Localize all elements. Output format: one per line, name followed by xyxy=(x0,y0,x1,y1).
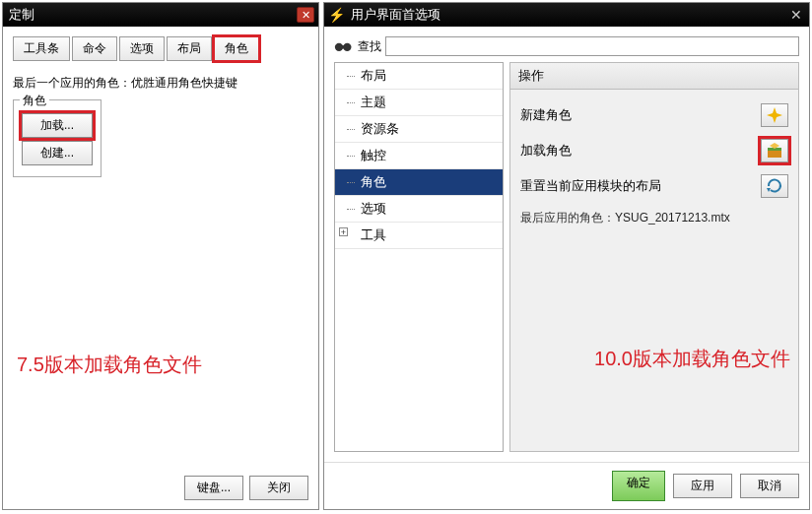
last-applied-role-text: 最后一个应用的角色：优胜通用角色快捷键 xyxy=(13,75,308,92)
role-fieldset: 角色 加载... 创建... xyxy=(13,99,102,177)
category-tree: 布局 主题 资源条 触控 角色 选项 +工具 xyxy=(334,62,504,452)
dialog-body: 工具条 命令 选项 布局 角色 最后一个应用的角色：优胜通用角色快捷键 角色 加… xyxy=(3,27,318,467)
op-row-new-role: 新建角色 xyxy=(520,97,788,133)
titlebar-left: 定制 ✕ xyxy=(3,3,318,27)
annotation-left: 7.5版本加载角色文件 xyxy=(17,352,202,378)
tab-toolbar[interactable]: 工具条 xyxy=(13,36,70,61)
close-button[interactable]: 关闭 xyxy=(249,476,308,500)
tree-item-options[interactable]: 选项 xyxy=(335,196,503,223)
window-title: 用户界面首选项 xyxy=(349,6,787,24)
annotation-right: 10.0版本加载角色文件 xyxy=(594,346,790,372)
tab-strip: 工具条 命令 选项 布局 角色 xyxy=(13,36,308,61)
search-row: 查找 xyxy=(334,36,799,56)
last-applied-label: 最后应用的角色： xyxy=(520,211,615,225)
dialog-footer: 确定 应用 取消 xyxy=(324,462,809,509)
svg-marker-6 xyxy=(767,188,771,192)
binoculars-icon xyxy=(334,38,354,54)
new-role-button[interactable] xyxy=(761,103,788,127)
customize-dialog: 定制 ✕ 工具条 命令 选项 布局 角色 最后一个应用的角色：优胜通用角色快捷键… xyxy=(2,2,319,510)
create-button[interactable]: 创建... xyxy=(22,141,93,165)
window-title: 定制 xyxy=(7,6,297,24)
tree-item-theme[interactable]: 主题 xyxy=(335,90,503,116)
sparkle-icon xyxy=(766,106,783,124)
search-label: 查找 xyxy=(358,38,381,55)
titlebar-right: ⚡ 用户界面首选项 ✕ xyxy=(324,3,809,27)
operations-header: 操作 xyxy=(509,62,799,90)
tree-item-roles[interactable]: 角色 xyxy=(335,169,503,196)
op-row-reset-layout: 重置当前应用模块的布局 xyxy=(520,168,788,204)
close-icon[interactable]: ✕ xyxy=(787,7,805,23)
cancel-button[interactable]: 取消 xyxy=(740,474,799,498)
tab-commands[interactable]: 命令 xyxy=(72,36,117,61)
fieldset-legend: 角色 xyxy=(20,93,49,109)
load-button[interactable]: 加载... xyxy=(22,113,93,138)
load-role-button[interactable] xyxy=(761,139,788,162)
reset-layout-button[interactable] xyxy=(761,174,788,198)
apply-button[interactable]: 应用 xyxy=(673,474,732,498)
tab-roles[interactable]: 角色 xyxy=(214,36,259,61)
dialog-footer: 键盘... 关闭 xyxy=(3,467,318,509)
refresh-icon xyxy=(766,177,783,195)
operations-pane: 操作 新建角色 加载角色 重置当前应 xyxy=(509,62,799,452)
operations-body: 新建角色 加载角色 重置当前应用模块的布局 xyxy=(509,90,799,452)
tree-item-resource-bar[interactable]: 资源条 xyxy=(335,116,503,143)
split-pane: 布局 主题 资源条 触控 角色 选项 +工具 操作 新建角色 xyxy=(334,62,799,452)
tree-item-layout[interactable]: 布局 xyxy=(335,63,503,90)
search-input[interactable] xyxy=(385,36,799,56)
tab-options[interactable]: 选项 xyxy=(119,36,165,61)
tree-item-tools[interactable]: +工具 xyxy=(335,223,503,249)
ui-preferences-dialog: ⚡ 用户界面首选项 ✕ 查找 布局 主题 资源条 触控 角色 选项 +工具 xyxy=(323,2,810,510)
tab-layout[interactable]: 布局 xyxy=(167,36,212,61)
new-role-label: 新建角色 xyxy=(520,106,761,124)
svg-marker-3 xyxy=(767,107,782,123)
last-applied-row: 最后应用的角色：YSUG_20171213.mtx xyxy=(520,210,788,226)
keyboard-button[interactable]: 键盘... xyxy=(184,476,243,500)
svg-rect-2 xyxy=(339,45,347,48)
reset-layout-label: 重置当前应用模块的布局 xyxy=(520,177,761,195)
load-role-label: 加载角色 xyxy=(520,142,761,160)
op-row-load-role: 加载角色 xyxy=(520,133,788,168)
last-applied-filename: YSUG_20171213.mtx xyxy=(615,211,730,225)
ok-button[interactable]: 确定 xyxy=(612,471,665,501)
dialog-body: 查找 布局 主题 资源条 触控 角色 选项 +工具 操作 新建角色 xyxy=(324,27,809,462)
close-icon[interactable]: ✕ xyxy=(297,7,314,23)
expand-icon[interactable]: + xyxy=(339,227,348,236)
package-icon xyxy=(766,142,783,160)
tree-item-touch[interactable]: 触控 xyxy=(335,143,503,169)
lightning-icon: ⚡ xyxy=(328,7,345,23)
